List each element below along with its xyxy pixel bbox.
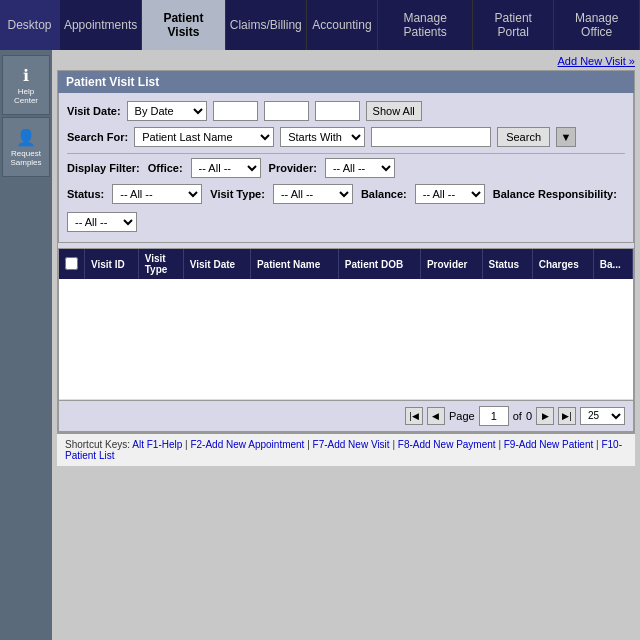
visits-table: Visit ID Visit Type Visit Date Patient N… bbox=[59, 249, 633, 400]
visit-date-label: Visit Date: bbox=[67, 105, 121, 117]
empty-row bbox=[59, 279, 633, 399]
sidebar-request-label: Request Samples bbox=[10, 149, 41, 167]
visit-date-to[interactable] bbox=[264, 101, 309, 121]
nav-manage-office[interactable]: Manage Office bbox=[554, 0, 640, 50]
search-input[interactable] bbox=[371, 127, 491, 147]
sidebar-request-samples[interactable]: 👤 Request Samples bbox=[2, 117, 50, 177]
status-filter-row: Status: -- All -- Visit Type: -- All -- … bbox=[67, 184, 625, 232]
col-patient-dob: Patient DOB bbox=[338, 249, 420, 279]
panel-header: Patient Visit List bbox=[58, 71, 634, 93]
shortcut-add-visit-link[interactable]: F7-Add New Visit bbox=[313, 439, 390, 450]
show-all-button[interactable]: Show All bbox=[366, 101, 422, 121]
nav-appointments[interactable]: Appointments bbox=[60, 0, 142, 50]
col-visit-type: Visit Type bbox=[138, 249, 183, 279]
sidebar-help[interactable]: ℹ Help Center bbox=[2, 55, 50, 115]
nav-claims-billing[interactable]: Claims/Billing bbox=[226, 0, 307, 50]
shortcut-prefix: Shortcut Keys: bbox=[65, 439, 130, 450]
first-page-button[interactable]: |◀ bbox=[405, 407, 423, 425]
page-number-input[interactable] bbox=[479, 406, 509, 426]
shortcut-bar: Shortcut Keys: Alt F1-Help | F2-Add New … bbox=[57, 433, 635, 466]
last-page-button[interactable]: ▶| bbox=[558, 407, 576, 425]
display-filter-label: Display Filter: bbox=[67, 162, 140, 174]
col-provider: Provider bbox=[420, 249, 482, 279]
visit-date-year[interactable] bbox=[315, 101, 360, 121]
nav-patient-visits[interactable]: Patient Visits bbox=[142, 0, 226, 50]
nav-manage-patients[interactable]: Manage Patients bbox=[378, 0, 473, 50]
col-status: Status bbox=[482, 249, 532, 279]
status-select[interactable]: -- All -- bbox=[112, 184, 202, 204]
col-charges: Charges bbox=[532, 249, 593, 279]
sidebar: ℹ Help Center 👤 Request Samples bbox=[0, 50, 52, 640]
prev-page-button[interactable]: ◀ bbox=[427, 407, 445, 425]
starts-with-select[interactable]: Starts With Contains Equals bbox=[280, 127, 365, 147]
office-select[interactable]: -- All -- bbox=[191, 158, 261, 178]
nav-desktop[interactable]: Desktop bbox=[0, 0, 60, 50]
request-icon: 👤 bbox=[16, 128, 36, 147]
table-header-row: Visit ID Visit Type Visit Date Patient N… bbox=[59, 249, 633, 279]
sidebar-help-label: Help Center bbox=[14, 87, 38, 105]
add-new-visit-link[interactable]: Add New Visit » bbox=[57, 55, 635, 67]
search-for-row: Search For: Patient Last Name Patient Fi… bbox=[67, 127, 625, 147]
nav-accounting[interactable]: Accounting bbox=[307, 0, 378, 50]
col-visit-id: Visit ID bbox=[85, 249, 139, 279]
page-label: Page bbox=[449, 410, 475, 422]
office-label: Office: bbox=[148, 162, 183, 174]
col-visit-date: Visit Date bbox=[183, 249, 250, 279]
display-filter-row: Display Filter: Office: -- All -- Provid… bbox=[67, 158, 625, 178]
table-body bbox=[59, 279, 633, 399]
of-label: of bbox=[513, 410, 522, 422]
shortcut-add-patient-link[interactable]: F9-Add New Patient bbox=[504, 439, 594, 450]
col-patient-name: Patient Name bbox=[250, 249, 338, 279]
visit-date-type-select[interactable]: By Date bbox=[127, 101, 207, 121]
balance-label: Balance: bbox=[361, 188, 407, 200]
shortcut-help: Alt F1-Help | bbox=[132, 439, 190, 450]
visit-type-label: Visit Type: bbox=[210, 188, 265, 200]
search-button[interactable]: Search bbox=[497, 127, 550, 147]
top-nav: Desktop Appointments Patient Visits Clai… bbox=[0, 0, 640, 50]
next-page-button[interactable]: ▶ bbox=[536, 407, 554, 425]
filters-section: Visit Date: By Date Show All Search For:… bbox=[58, 93, 634, 243]
filter-arrow-icon[interactable]: ▼ bbox=[556, 127, 576, 147]
visit-date-from[interactable] bbox=[213, 101, 258, 121]
search-field-select[interactable]: Patient Last Name Patient First Name Vis… bbox=[134, 127, 274, 147]
balance-select[interactable]: -- All -- bbox=[415, 184, 485, 204]
search-for-label: Search For: bbox=[67, 131, 128, 143]
total-pages: 0 bbox=[526, 410, 532, 422]
main-content: Add New Visit » Patient Visit List Visit… bbox=[52, 50, 640, 640]
shortcut-help-link[interactable]: Alt F1-Help bbox=[132, 439, 182, 450]
col-balance: Ba... bbox=[593, 249, 632, 279]
visits-table-container: Visit ID Visit Type Visit Date Patient N… bbox=[58, 248, 634, 401]
visit-date-row: Visit Date: By Date Show All bbox=[67, 101, 625, 121]
balance-resp-label: Balance Responsibility: bbox=[493, 188, 617, 200]
visit-type-select[interactable]: -- All -- bbox=[273, 184, 353, 204]
status-label: Status: bbox=[67, 188, 104, 200]
provider-select[interactable]: -- All -- bbox=[325, 158, 395, 178]
page-size-select[interactable]: 25 50 100 bbox=[580, 407, 625, 425]
help-icon: ℹ bbox=[23, 66, 29, 85]
shortcut-add-payment-link[interactable]: F8-Add New Payment bbox=[398, 439, 496, 450]
patient-visit-list-panel: Patient Visit List Visit Date: By Date S… bbox=[57, 70, 635, 433]
provider-label: Provider: bbox=[269, 162, 317, 174]
nav-patient-portal[interactable]: Patient Portal bbox=[473, 0, 554, 50]
pagination-bar: |◀ ◀ Page of 0 ▶ ▶| 25 50 100 bbox=[58, 401, 634, 432]
shortcut-add-appt-link[interactable]: F2-Add New Appointment bbox=[190, 439, 304, 450]
divider-1 bbox=[67, 153, 625, 154]
balance-resp-select[interactable]: -- All -- bbox=[67, 212, 137, 232]
col-checkbox bbox=[59, 249, 85, 279]
select-all-checkbox[interactable] bbox=[65, 257, 78, 270]
